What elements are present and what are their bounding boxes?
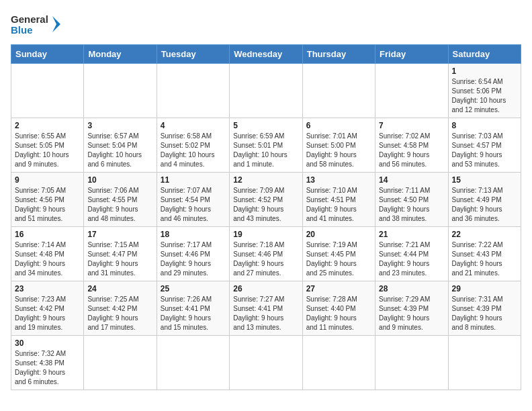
day-number: 24 (87, 284, 152, 293)
day-number: 18 (161, 230, 226, 239)
day-info: Sunrise: 6:57 AM Sunset: 5:04 PM Dayligh… (87, 132, 152, 169)
day-info: Sunrise: 7:18 AM Sunset: 4:46 PM Dayligh… (233, 240, 298, 278)
calendar-cell: 12Sunrise: 7:09 AM Sunset: 4:52 PM Dayli… (230, 173, 302, 227)
calendar-cell: 20Sunrise: 7:19 AM Sunset: 4:45 PM Dayli… (302, 227, 375, 281)
logo-icon: GeneralBlue (11, 11, 64, 38)
day-info: Sunrise: 7:29 AM Sunset: 4:39 PM Dayligh… (379, 295, 444, 332)
calendar-cell (448, 336, 521, 390)
day-info: Sunrise: 7:14 AM Sunset: 4:48 PM Dayligh… (15, 240, 80, 278)
day-number: 23 (15, 284, 80, 293)
day-info: Sunrise: 7:11 AM Sunset: 4:50 PM Dayligh… (379, 186, 444, 224)
day-info: Sunrise: 7:07 AM Sunset: 4:54 PM Dayligh… (161, 186, 226, 224)
weekday-header-row: SundayMondayTuesdayWednesdayThursdayFrid… (11, 45, 521, 64)
day-info: Sunrise: 7:06 AM Sunset: 4:55 PM Dayligh… (87, 186, 152, 224)
calendar-cell: 28Sunrise: 7:29 AM Sunset: 4:39 PM Dayli… (375, 281, 448, 336)
calendar-cell (157, 336, 229, 390)
calendar-cell (11, 64, 84, 118)
day-number: 8 (452, 121, 517, 130)
day-number: 12 (233, 175, 298, 185)
day-number: 25 (161, 284, 226, 293)
day-number: 9 (15, 175, 80, 185)
day-info: Sunrise: 7:05 AM Sunset: 4:56 PM Dayligh… (15, 186, 80, 224)
calendar-cell: 7Sunrise: 7:02 AM Sunset: 4:58 PM Daylig… (375, 118, 448, 173)
calendar-cell: 8Sunrise: 7:03 AM Sunset: 4:57 PM Daylig… (448, 118, 521, 173)
calendar-cell: 2Sunrise: 6:55 AM Sunset: 5:05 PM Daylig… (11, 118, 84, 173)
day-info: Sunrise: 7:03 AM Sunset: 4:57 PM Dayligh… (452, 132, 517, 169)
day-info: Sunrise: 7:22 AM Sunset: 4:43 PM Dayligh… (452, 240, 517, 278)
calendar-week-row: 30Sunrise: 7:32 AM Sunset: 4:38 PM Dayli… (11, 336, 521, 390)
page-header: GeneralBlue (11, 11, 521, 38)
day-number: 15 (452, 175, 517, 185)
day-info: Sunrise: 7:21 AM Sunset: 4:44 PM Dayligh… (379, 240, 444, 278)
day-number: 7 (379, 121, 444, 130)
day-info: Sunrise: 7:31 AM Sunset: 4:39 PM Dayligh… (452, 295, 517, 332)
day-number: 16 (15, 230, 80, 239)
calendar-table: SundayMondayTuesdayWednesdayThursdayFrid… (11, 44, 521, 390)
calendar-cell: 15Sunrise: 7:13 AM Sunset: 4:49 PM Dayli… (448, 173, 521, 227)
calendar-cell (375, 336, 448, 390)
day-number: 20 (306, 230, 371, 239)
weekday-header-monday: Monday (84, 45, 157, 64)
weekday-header-thursday: Thursday (302, 45, 375, 64)
day-number: 2 (15, 121, 80, 130)
day-info: Sunrise: 7:13 AM Sunset: 4:49 PM Dayligh… (452, 186, 517, 224)
calendar-cell: 24Sunrise: 7:25 AM Sunset: 4:42 PM Dayli… (84, 281, 157, 336)
day-number: 29 (452, 284, 517, 293)
calendar-cell: 30Sunrise: 7:32 AM Sunset: 4:38 PM Dayli… (11, 336, 84, 390)
day-number: 22 (452, 230, 517, 239)
day-number: 17 (87, 230, 152, 239)
calendar-cell: 21Sunrise: 7:21 AM Sunset: 4:44 PM Dayli… (375, 227, 448, 281)
calendar-cell: 27Sunrise: 7:28 AM Sunset: 4:40 PM Dayli… (302, 281, 375, 336)
calendar-cell (230, 64, 302, 118)
day-info: Sunrise: 7:01 AM Sunset: 5:00 PM Dayligh… (306, 132, 371, 169)
day-number: 26 (233, 284, 298, 293)
day-info: Sunrise: 7:26 AM Sunset: 4:41 PM Dayligh… (161, 295, 226, 332)
day-info: Sunrise: 6:58 AM Sunset: 5:02 PM Dayligh… (161, 132, 226, 169)
day-number: 6 (306, 121, 371, 130)
day-info: Sunrise: 7:19 AM Sunset: 4:45 PM Dayligh… (306, 240, 371, 278)
weekday-header-tuesday: Tuesday (157, 45, 229, 64)
day-number: 27 (306, 284, 371, 293)
day-number: 13 (306, 175, 371, 185)
day-number: 11 (161, 175, 226, 185)
day-info: Sunrise: 7:09 AM Sunset: 4:52 PM Dayligh… (233, 186, 298, 224)
calendar-cell: 19Sunrise: 7:18 AM Sunset: 4:46 PM Dayli… (230, 227, 302, 281)
calendar-cell: 10Sunrise: 7:06 AM Sunset: 4:55 PM Dayli… (84, 173, 157, 227)
day-number: 21 (379, 230, 444, 239)
calendar-cell: 23Sunrise: 7:23 AM Sunset: 4:42 PM Dayli… (11, 281, 84, 336)
day-number: 1 (452, 66, 517, 76)
day-number: 5 (233, 121, 298, 130)
calendar-cell (84, 64, 157, 118)
day-info: Sunrise: 7:27 AM Sunset: 4:41 PM Dayligh… (233, 295, 298, 332)
calendar-cell: 18Sunrise: 7:17 AM Sunset: 4:46 PM Dayli… (157, 227, 229, 281)
calendar-cell: 14Sunrise: 7:11 AM Sunset: 4:50 PM Dayli… (375, 173, 448, 227)
calendar-cell: 17Sunrise: 7:15 AM Sunset: 4:47 PM Dayli… (84, 227, 157, 281)
day-number: 30 (15, 338, 80, 348)
calendar-cell: 4Sunrise: 6:58 AM Sunset: 5:02 PM Daylig… (157, 118, 229, 173)
weekday-header-saturday: Saturday (448, 45, 521, 64)
day-info: Sunrise: 7:23 AM Sunset: 4:42 PM Dayligh… (15, 295, 80, 332)
weekday-header-friday: Friday (375, 45, 448, 64)
calendar-cell: 25Sunrise: 7:26 AM Sunset: 4:41 PM Dayli… (157, 281, 229, 336)
calendar-cell: 13Sunrise: 7:10 AM Sunset: 4:51 PM Dayli… (302, 173, 375, 227)
day-number: 14 (379, 175, 444, 185)
weekday-header-wednesday: Wednesday (230, 45, 302, 64)
calendar-cell (302, 336, 375, 390)
day-number: 4 (161, 121, 226, 130)
day-number: 28 (379, 284, 444, 293)
day-info: Sunrise: 6:54 AM Sunset: 5:06 PM Dayligh… (452, 77, 517, 115)
day-info: Sunrise: 7:32 AM Sunset: 4:38 PM Dayligh… (15, 349, 80, 387)
calendar-cell: 16Sunrise: 7:14 AM Sunset: 4:48 PM Dayli… (11, 227, 84, 281)
calendar-week-row: 9Sunrise: 7:05 AM Sunset: 4:56 PM Daylig… (11, 173, 521, 227)
svg-text:General: General (11, 13, 48, 25)
day-info: Sunrise: 7:25 AM Sunset: 4:42 PM Dayligh… (87, 295, 152, 332)
day-info: Sunrise: 7:28 AM Sunset: 4:40 PM Dayligh… (306, 295, 371, 332)
calendar-cell (84, 336, 157, 390)
calendar-cell: 1Sunrise: 6:54 AM Sunset: 5:06 PM Daylig… (448, 64, 521, 118)
day-info: Sunrise: 7:10 AM Sunset: 4:51 PM Dayligh… (306, 186, 371, 224)
calendar-week-row: 23Sunrise: 7:23 AM Sunset: 4:42 PM Dayli… (11, 281, 521, 336)
day-number: 3 (87, 121, 152, 130)
calendar-cell: 5Sunrise: 6:59 AM Sunset: 5:01 PM Daylig… (230, 118, 302, 173)
weekday-header-sunday: Sunday (11, 45, 84, 64)
calendar-cell: 22Sunrise: 7:22 AM Sunset: 4:43 PM Dayli… (448, 227, 521, 281)
